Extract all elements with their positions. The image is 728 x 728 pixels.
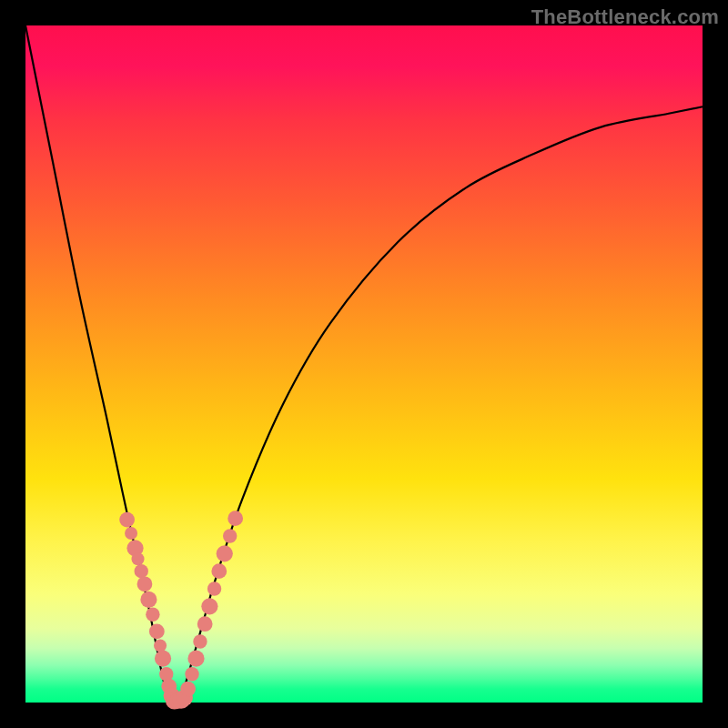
marker-dot — [193, 634, 207, 648]
marker-dot — [137, 576, 153, 592]
marker-dot — [207, 581, 221, 595]
marker-dot — [140, 592, 157, 608]
plot-area — [25, 25, 703, 703]
marker-dot — [135, 564, 148, 578]
marker-dot — [154, 640, 167, 652]
marker-dot — [125, 527, 137, 540]
marker-dot — [211, 563, 227, 579]
bottleneck-curve — [25, 25, 703, 703]
marker-dot — [132, 552, 145, 565]
marker-dot — [187, 651, 204, 667]
marker-dot — [228, 511, 243, 526]
marker-dot — [155, 651, 171, 667]
chart-frame: TheBottleneck.com — [0, 0, 728, 728]
marker-dot — [185, 667, 198, 681]
watermark-text: TheBottleneck.com — [531, 5, 719, 29]
marker-cluster — [119, 511, 243, 709]
marker-dot — [119, 512, 135, 528]
marker-dot — [180, 682, 196, 697]
marker-dot — [217, 545, 233, 561]
marker-dot — [223, 529, 237, 542]
marker-dot — [201, 598, 217, 614]
marker-dot — [197, 616, 213, 632]
marker-dot — [146, 608, 159, 622]
marker-dot — [149, 623, 165, 639]
chart-svg — [25, 25, 703, 703]
